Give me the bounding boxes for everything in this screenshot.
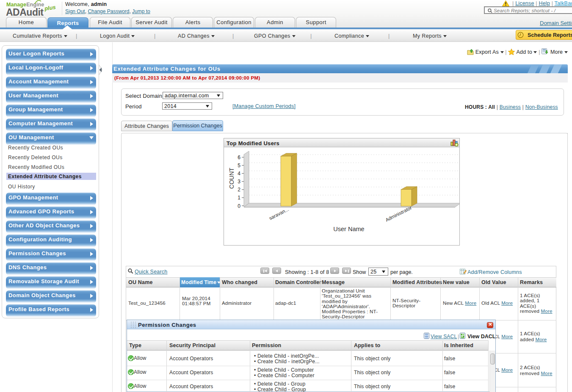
svg-text:6: 6 [238, 155, 240, 160]
svg-text:0: 0 [238, 203, 240, 209]
svg-text:2: 2 [238, 187, 240, 193]
svg-text:3: 3 [238, 179, 240, 185]
svg-text:COUNT: COUNT [228, 168, 235, 189]
svg-text:User Name: User Name [333, 226, 364, 232]
svg-text:4: 4 [238, 171, 240, 177]
svg-text:1: 1 [238, 195, 240, 201]
svg-text:5: 5 [238, 163, 240, 168]
svg-text:saravan...: saravan... [268, 207, 289, 221]
